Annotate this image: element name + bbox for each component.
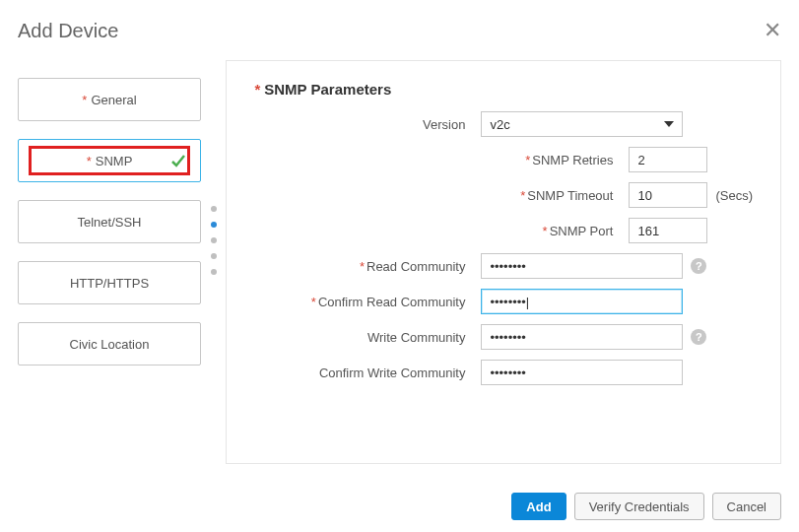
sidebar-item-label: Telnet/SSH <box>77 215 141 230</box>
port-input[interactable] <box>629 218 707 243</box>
sidebar: * General * SNMP Telnet/SSH HTTP/HTTPS C… <box>18 60 201 464</box>
confirm-write-community-input[interactable] <box>481 360 683 385</box>
required-star: * <box>82 93 87 107</box>
help-icon[interactable]: ? <box>691 258 706 274</box>
page-title: Add Device <box>18 20 118 42</box>
close-icon[interactable]: ✕ <box>764 20 781 41</box>
write-community-input[interactable] <box>481 324 683 350</box>
add-button[interactable]: Add <box>511 493 566 520</box>
timeout-input[interactable] <box>629 182 707 208</box>
dot <box>211 206 217 212</box>
dot-active <box>211 222 217 228</box>
footer-buttons: Add Verify Credentials Cancel <box>511 493 781 520</box>
label-retries: *SNMP Retries <box>254 153 629 167</box>
version-select[interactable]: v2c <box>481 111 683 137</box>
timeout-suffix: (Secs) <box>715 188 753 203</box>
dot <box>211 237 217 243</box>
sidebar-item-http[interactable]: HTTP/HTTPS <box>18 261 201 304</box>
sidebar-item-snmp[interactable]: * SNMP <box>18 139 201 182</box>
retries-input[interactable] <box>629 147 707 172</box>
required-star: * <box>87 154 92 168</box>
form-panel: *SNMP Parameters Version v2c *SNMP Retri… <box>226 60 781 464</box>
panel-title: *SNMP Parameters <box>254 81 753 98</box>
step-dots <box>201 60 226 464</box>
label-write: Write Community <box>254 330 481 345</box>
confirm-read-community-input[interactable] <box>481 289 683 314</box>
label-read: *Read Community <box>254 259 481 274</box>
label-confirm-write: Confirm Write Community <box>254 366 481 380</box>
read-community-input[interactable] <box>481 253 683 279</box>
label-version: Version <box>254 117 481 132</box>
dot <box>211 269 217 275</box>
sidebar-item-label: Civic Location <box>70 337 150 352</box>
sidebar-item-label: SNMP <box>96 154 133 168</box>
help-icon[interactable]: ? <box>691 329 706 345</box>
verify-credentials-button[interactable]: Verify Credentials <box>574 493 704 520</box>
sidebar-item-civic[interactable]: Civic Location <box>18 322 201 366</box>
sidebar-item-label: HTTP/HTTPS <box>70 276 149 291</box>
label-timeout: *SNMP Timeout <box>254 188 629 203</box>
dot <box>211 253 217 259</box>
sidebar-item-label: General <box>91 93 136 107</box>
sidebar-item-telnet[interactable]: Telnet/SSH <box>18 200 201 243</box>
label-confirm-read: *Confirm Read Community <box>254 295 481 309</box>
cancel-button[interactable]: Cancel <box>712 493 781 520</box>
sidebar-item-general[interactable]: * General <box>18 78 201 121</box>
check-icon <box>170 153 186 168</box>
label-port: *SNMP Port <box>254 224 629 238</box>
